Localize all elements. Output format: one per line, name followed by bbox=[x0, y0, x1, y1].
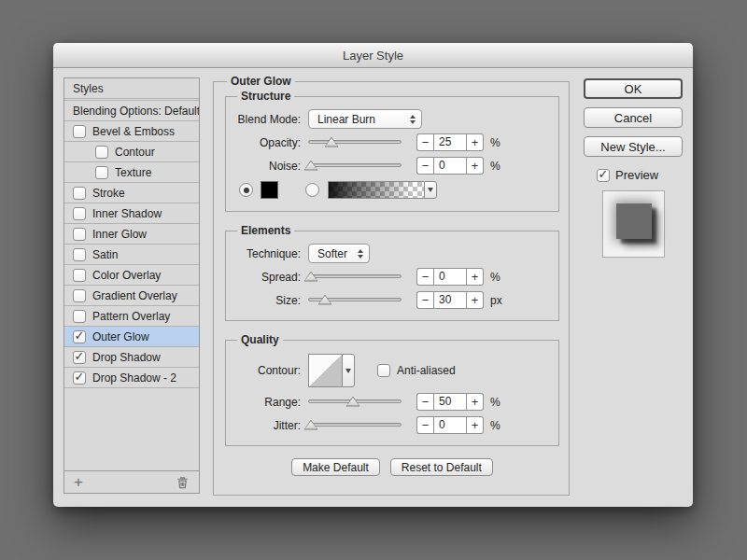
range-label: Range: bbox=[233, 396, 301, 409]
style-checkbox[interactable]: ✓ bbox=[73, 269, 86, 282]
sidebar-item-inner-glow[interactable]: ✓ Inner Glow bbox=[64, 224, 199, 245]
style-checkbox[interactable]: ✓ bbox=[73, 351, 86, 364]
add-style-button[interactable]: + bbox=[74, 474, 83, 490]
spread-slider[interactable] bbox=[308, 271, 402, 284]
style-checkbox[interactable]: ✓ bbox=[73, 371, 86, 385]
size-value[interactable]: 30 bbox=[433, 291, 467, 309]
sidebar-item-satin[interactable]: ✓ Satin bbox=[64, 245, 199, 265]
sidebar-item-drop-shadow[interactable]: ✓ Drop Shadow bbox=[64, 347, 199, 368]
cancel-button[interactable]: Cancel bbox=[584, 107, 683, 128]
size-row: Size: − 30 + px bbox=[233, 288, 551, 312]
sidebar-item-drop-shadow-2[interactable]: ✓ Drop Shadow - 2 bbox=[64, 368, 199, 388]
opacity-slider[interactable] bbox=[308, 136, 402, 149]
blend-mode-select[interactable]: Linear Burn bbox=[308, 109, 422, 129]
sidebar-item-texture[interactable]: ✓ Texture bbox=[64, 162, 199, 183]
sidebar-item-label: Bevel & Emboss bbox=[92, 125, 175, 138]
quality-section-title: Quality bbox=[237, 333, 283, 346]
style-checkbox[interactable]: ✓ bbox=[95, 146, 108, 159]
checkmark-icon: ✓ bbox=[75, 350, 85, 362]
decrement-button[interactable]: − bbox=[416, 157, 433, 175]
elements-section-title: Elements bbox=[237, 224, 294, 237]
increment-button[interactable]: + bbox=[467, 291, 484, 309]
sidebar-item-label: Satin bbox=[92, 248, 118, 261]
preview-checkbox[interactable]: ✓ bbox=[597, 169, 610, 182]
style-checkbox[interactable]: ✓ bbox=[73, 310, 86, 323]
ok-button[interactable]: OK bbox=[584, 78, 683, 99]
style-checkbox[interactable]: ✓ bbox=[73, 289, 86, 302]
sidebar-item-gradient-overlay[interactable]: ✓ Gradient Overlay bbox=[64, 286, 199, 306]
dropdown-arrow-icon bbox=[428, 188, 433, 192]
make-default-button[interactable]: Make Default bbox=[291, 458, 380, 476]
slider-track[interactable] bbox=[308, 423, 402, 427]
sidebar-item-label: Contour bbox=[115, 146, 155, 159]
sidebar-item-contour[interactable]: ✓ Contour bbox=[64, 142, 199, 162]
sidebar-item-outer-glow[interactable]: ✓ Outer Glow bbox=[64, 327, 199, 347]
layer-style-dialog: Layer Style Styles Blending Options: Def… bbox=[53, 43, 693, 507]
style-checkbox[interactable]: ✓ bbox=[73, 330, 86, 343]
style-checkbox[interactable]: ✓ bbox=[73, 228, 86, 241]
noise-value[interactable]: 0 bbox=[433, 157, 467, 175]
increment-button[interactable]: + bbox=[467, 268, 484, 286]
range-value[interactable]: 50 bbox=[433, 393, 467, 411]
preview-option[interactable]: ✓ Preview bbox=[597, 168, 684, 182]
gradient-radio[interactable] bbox=[305, 183, 319, 197]
style-checkbox[interactable]: ✓ bbox=[73, 187, 86, 200]
anti-aliased-checkbox[interactable]: ✓ bbox=[377, 364, 390, 377]
slider-track[interactable] bbox=[308, 274, 402, 278]
sidebar-item-color-overlay[interactable]: ✓ Color Overlay bbox=[64, 265, 199, 286]
style-checkbox[interactable]: ✓ bbox=[73, 207, 86, 220]
select-arrows-icon bbox=[358, 249, 363, 259]
sidebar-item-label: Stroke bbox=[92, 187, 125, 200]
spread-unit: % bbox=[490, 271, 500, 284]
size-slider[interactable] bbox=[308, 294, 402, 307]
increment-button[interactable]: + bbox=[467, 416, 484, 434]
sidebar-item-label: Inner Shadow bbox=[92, 207, 162, 220]
decrement-button[interactable]: − bbox=[416, 291, 433, 309]
reset-to-default-button[interactable]: Reset to Default bbox=[390, 458, 493, 476]
anti-aliased-option[interactable]: ✓ Anti-aliased bbox=[377, 364, 456, 377]
decrement-button[interactable]: − bbox=[416, 416, 433, 434]
glow-fill-row bbox=[233, 177, 551, 203]
glow-color-swatch[interactable] bbox=[261, 181, 278, 199]
spread-value[interactable]: 0 bbox=[433, 268, 467, 286]
style-checkbox[interactable]: ✓ bbox=[95, 166, 108, 179]
gradient-preview[interactable] bbox=[328, 181, 424, 199]
delete-style-button[interactable] bbox=[176, 475, 190, 489]
outer-glow-group: Outer Glow Structure Blend Mode: Linear … bbox=[213, 75, 570, 496]
jitter-slider[interactable] bbox=[308, 419, 402, 432]
contour-preview[interactable] bbox=[308, 354, 342, 387]
titlebar[interactable]: Layer Style bbox=[53, 43, 693, 68]
range-slider[interactable] bbox=[308, 396, 402, 409]
contour-picker-button[interactable] bbox=[342, 354, 355, 387]
increment-button[interactable]: + bbox=[467, 393, 484, 411]
slider-track[interactable] bbox=[308, 163, 402, 167]
new-style-button[interactable]: New Style... bbox=[584, 136, 683, 157]
sidebar-header-label: Styles bbox=[73, 82, 104, 95]
increment-button[interactable]: + bbox=[467, 157, 484, 175]
sidebar-item-bevel-emboss[interactable]: ✓ Bevel & Emboss bbox=[64, 121, 199, 142]
style-checkbox[interactable]: ✓ bbox=[73, 125, 86, 138]
noise-slider[interactable] bbox=[308, 160, 402, 173]
range-unit: % bbox=[490, 396, 500, 409]
sidebar-item-blending-options[interactable]: Blending Options: Default bbox=[64, 101, 199, 121]
decrement-button[interactable]: − bbox=[416, 393, 433, 411]
panel-footer-buttons: Make Default Reset to Default bbox=[223, 458, 561, 476]
sidebar-item-inner-shadow[interactable]: ✓ Inner Shadow bbox=[64, 203, 199, 224]
preview-square bbox=[616, 203, 652, 239]
slider-track[interactable] bbox=[308, 140, 402, 144]
outer-glow-panel: Outer Glow Structure Blend Mode: Linear … bbox=[213, 75, 570, 497]
quality-section: Quality Contour: ✓ Anti-aliased Range: bbox=[225, 333, 559, 446]
decrement-button[interactable]: − bbox=[416, 268, 433, 286]
gradient-picker-button[interactable] bbox=[424, 181, 437, 199]
solid-color-radio[interactable] bbox=[239, 183, 253, 197]
jitter-value[interactable]: 0 bbox=[433, 416, 467, 434]
increment-button[interactable]: + bbox=[467, 133, 484, 151]
sidebar-header-styles: Styles bbox=[64, 78, 199, 99]
technique-select[interactable]: Softer bbox=[308, 244, 370, 263]
opacity-value[interactable]: 25 bbox=[433, 133, 467, 151]
window-title: Layer Style bbox=[343, 49, 403, 63]
decrement-button[interactable]: − bbox=[416, 133, 433, 151]
sidebar-item-pattern-overlay[interactable]: ✓ Pattern Overlay bbox=[64, 306, 199, 327]
style-checkbox[interactable]: ✓ bbox=[73, 248, 86, 261]
sidebar-item-stroke[interactable]: ✓ Stroke bbox=[64, 183, 199, 203]
